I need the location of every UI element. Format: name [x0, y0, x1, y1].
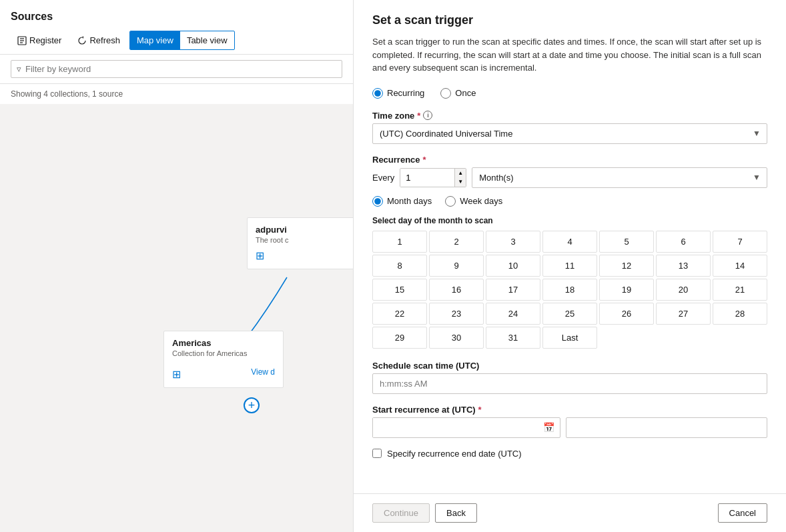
footer-left-buttons: Continue Back — [372, 503, 477, 523]
map-view-button[interactable]: Map view — [130, 31, 180, 49]
timezone-info-icon[interactable]: i — [423, 111, 432, 120]
start-date-wrap: 2021-08-26 📅 — [372, 417, 560, 438]
panel-title: Set a scan trigger — [372, 13, 767, 27]
recurring-label: Recurring — [387, 88, 424, 98]
cal-day[interactable]: 20 — [656, 279, 711, 301]
cal-day[interactable]: 28 — [713, 303, 767, 325]
spin-buttons: ▲ ▼ — [454, 169, 466, 187]
cal-day[interactable]: 27 — [656, 303, 711, 325]
cal-day[interactable]: 13 — [656, 255, 711, 277]
recurrence-row: Every ▲ ▼ Month(s) Week(s) Day(s) ▼ — [372, 167, 767, 188]
continue-button[interactable]: Continue — [372, 503, 430, 523]
cal-day[interactable]: 9 — [429, 255, 484, 277]
timezone-required: * — [417, 111, 420, 121]
americas-view-link[interactable]: View d — [251, 367, 275, 377]
day-type-group: Month days Week days — [372, 196, 767, 207]
cal-day[interactable]: 26 — [599, 303, 654, 325]
end-date-label[interactable]: Specify recurrence end date (UTC) — [387, 449, 522, 459]
cal-day[interactable]: 30 — [429, 327, 484, 349]
cal-day[interactable]: 24 — [486, 303, 540, 325]
refresh-label: Refresh — [89, 35, 120, 45]
spin-down-button[interactable]: ▼ — [455, 177, 466, 187]
cal-day[interactable]: 18 — [542, 279, 597, 301]
cal-day[interactable]: 22 — [372, 303, 427, 325]
cal-day[interactable]: 6 — [656, 231, 711, 253]
cal-day[interactable]: 10 — [486, 255, 540, 277]
showing-text: Showing 4 collections, 1 source — [0, 84, 353, 104]
end-date-row: Specify recurrence end date (UTC) — [372, 449, 767, 459]
month-days-radio[interactable] — [372, 196, 383, 207]
cal-day[interactable]: 3 — [486, 231, 540, 253]
start-recurrence-label-text: Start recurrence at (UTC) — [372, 405, 476, 415]
cal-day[interactable]: 21 — [713, 279, 767, 301]
start-time-input[interactable]: 10:22:00 AM — [566, 417, 767, 438]
cal-day[interactable]: 12 — [599, 255, 654, 277]
cal-day[interactable]: 11 — [542, 255, 597, 277]
filter-icon: ▿ — [17, 64, 21, 74]
trigger-type-group: Recurring Once — [372, 88, 767, 99]
timezone-select-wrap: (UTC) Coordinated Universal Time ▼ — [372, 123, 767, 144]
cal-day[interactable]: 29 — [372, 327, 427, 349]
refresh-button[interactable]: Refresh — [71, 31, 127, 49]
week-days-label[interactable]: Week days — [445, 196, 502, 207]
cal-day[interactable]: 25 — [542, 303, 597, 325]
calendar-icon[interactable]: 📅 — [538, 422, 560, 433]
cal-day[interactable]: 17 — [486, 279, 540, 301]
once-label: Once — [455, 88, 476, 98]
once-radio-label[interactable]: Once — [440, 88, 476, 99]
back-button[interactable]: Back — [435, 503, 477, 523]
scan-time-label: Schedule scan time (UTC) — [372, 361, 767, 371]
cal-day[interactable]: 14 — [713, 255, 767, 277]
recurring-radio-label[interactable]: Recurring — [372, 88, 424, 99]
table-view-label: Table view — [187, 35, 228, 45]
scan-time-field: Schedule scan time (UTC) — [372, 361, 767, 394]
once-radio[interactable] — [440, 88, 451, 99]
sources-title: Sources — [11, 5, 342, 27]
end-date-checkbox[interactable] — [372, 449, 382, 458]
calendar-section: Select day of the month to scan 12345678… — [372, 216, 767, 349]
right-content: Set a scan trigger Set a scan trigger to… — [354, 0, 786, 493]
register-label: Register — [29, 35, 61, 45]
adpurvi-card: adpurvi The root c ⊞ — [247, 217, 353, 269]
cal-day[interactable]: 4 — [542, 231, 597, 253]
americas-grid-icon: ⊞ — [172, 368, 181, 381]
every-number-wrap: ▲ ▼ — [400, 168, 466, 187]
cal-day[interactable]: 19 — [599, 279, 654, 301]
every-label: Every — [372, 173, 394, 183]
scan-time-input[interactable] — [372, 373, 767, 394]
register-button[interactable]: Register — [11, 31, 68, 49]
cal-day[interactable]: 7 — [713, 231, 767, 253]
cal-day[interactable]: Last — [542, 327, 597, 349]
start-recurrence-label: Start recurrence at (UTC) * — [372, 405, 767, 415]
left-header: Sources Register — [0, 0, 353, 55]
refresh-icon — [77, 36, 87, 45]
week-days-radio[interactable] — [445, 196, 456, 207]
right-footer: Continue Back Cancel — [354, 493, 786, 532]
week-days-text: Week days — [460, 196, 502, 206]
recurrence-required: * — [423, 155, 426, 165]
add-collection-button[interactable]: + — [244, 397, 260, 413]
cal-day[interactable]: 31 — [486, 327, 540, 349]
americas-subtitle: Collection for Americas — [172, 349, 275, 357]
timezone-select[interactable]: (UTC) Coordinated Universal Time — [372, 123, 767, 144]
cal-day[interactable]: 23 — [429, 303, 484, 325]
table-view-button[interactable]: Table view — [180, 31, 234, 49]
cal-day[interactable]: 5 — [599, 231, 654, 253]
cal-day[interactable]: 15 — [372, 279, 427, 301]
americas-title: Americas — [172, 338, 275, 348]
filter-input[interactable] — [25, 64, 336, 74]
cal-day[interactable]: 16 — [429, 279, 484, 301]
month-days-label[interactable]: Month days — [372, 196, 432, 207]
period-select[interactable]: Month(s) Week(s) Day(s) — [472, 167, 767, 188]
scan-time-label-text: Schedule scan time (UTC) — [372, 361, 479, 371]
americas-card: Americas Collection for Americas ⊞ View … — [163, 331, 284, 388]
cal-day[interactable]: 8 — [372, 255, 427, 277]
toolbar: Register Refresh Map view Table view — [11, 27, 342, 54]
cal-day[interactable]: 2 — [429, 231, 484, 253]
recurring-radio[interactable] — [372, 88, 383, 99]
adpurvi-subtitle: The root c — [256, 236, 353, 244]
spin-up-button[interactable]: ▲ — [455, 169, 466, 178]
start-date-input[interactable]: 2021-08-26 — [373, 418, 538, 437]
cancel-button[interactable]: Cancel — [718, 503, 767, 523]
cal-day[interactable]: 1 — [372, 231, 427, 253]
